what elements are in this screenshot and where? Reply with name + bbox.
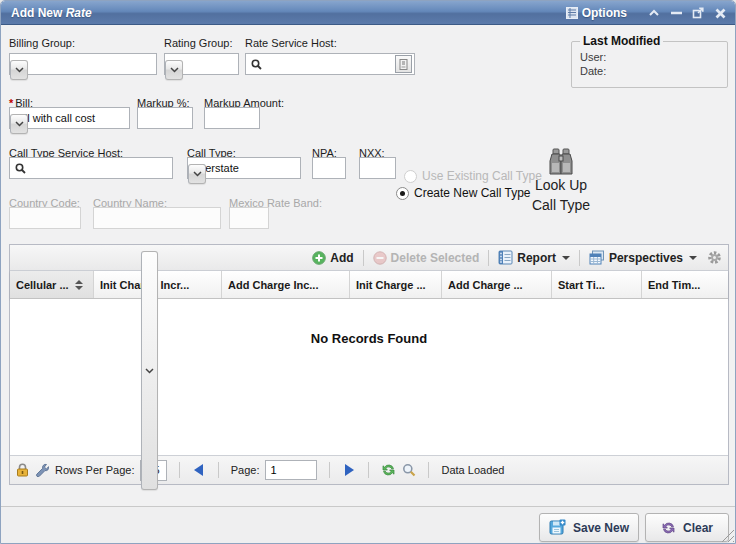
chevron-down-icon	[141, 251, 158, 490]
footer-separator	[329, 462, 330, 478]
footer-separator	[368, 462, 369, 478]
billing-group-select[interactable]	[9, 53, 157, 75]
bottom-button-bar: Save New Clear	[1, 507, 736, 544]
mexico-rate-band-input	[229, 207, 269, 229]
host-picker-button[interactable]	[395, 55, 412, 73]
toolbar-separator	[488, 250, 489, 266]
radio-icon	[404, 170, 417, 183]
collapse-button[interactable]	[645, 4, 663, 22]
titlebar[interactable]: Add New Rate Options	[1, 1, 735, 25]
wrench-icon[interactable]	[35, 463, 49, 477]
radio-create-new-call-type[interactable]: Create New Call Type	[396, 186, 531, 200]
empty-records-message: No Records Found	[10, 331, 728, 346]
add-icon	[312, 251, 326, 265]
page-number-input[interactable]	[265, 460, 317, 480]
add-new-rate-dialog: Add New Rate Options Billing Grou	[0, 0, 736, 544]
search-icon[interactable]	[402, 463, 416, 477]
country-name-input	[93, 207, 221, 229]
last-modified-date: Date:	[580, 65, 719, 77]
grid-body: No Records Found	[10, 299, 728, 455]
sort-icon	[75, 280, 83, 290]
delete-icon	[373, 251, 387, 265]
next-page-button[interactable]	[342, 463, 356, 477]
popout-button[interactable]	[689, 4, 707, 22]
toolbar-separator	[579, 250, 580, 266]
clear-icon	[661, 521, 676, 535]
options-label: Options	[582, 6, 627, 20]
rows-per-page-label: Rows Per Page:	[55, 464, 134, 476]
billing-group-label: Billing Group:	[9, 37, 75, 49]
lookup-call-type-label-line2[interactable]: Call Type	[516, 197, 606, 213]
binoculars-icon[interactable]	[544, 147, 578, 177]
column-header-cellular[interactable]: Cellular ...	[10, 271, 94, 298]
close-icon[interactable]	[711, 4, 729, 22]
radio-icon	[396, 187, 409, 200]
rate-service-host-label: Rate Service Host:	[245, 37, 337, 49]
toolbar-separator	[363, 250, 364, 266]
last-modified-legend: Last Modified	[580, 34, 663, 48]
column-header-init-charge[interactable]: Init Charge ...	[350, 271, 442, 298]
last-modified-group: Last Modified User: Date:	[571, 34, 728, 88]
column-header-start-time[interactable]: Start Ti...	[552, 271, 642, 298]
save-icon	[549, 519, 566, 536]
clear-button[interactable]: Clear	[645, 513, 729, 542]
call-type-select[interactable]: Interstate	[187, 157, 301, 179]
delete-selected-button: Delete Selected	[373, 251, 480, 265]
nxx-input[interactable]	[359, 157, 396, 179]
report-button[interactable]: Report	[498, 250, 570, 265]
rates-grid-panel: Add Delete Selected Report	[9, 244, 729, 485]
page-label: Page:	[231, 464, 260, 476]
minimize-button[interactable]	[667, 4, 685, 22]
window-title: Add New Rate	[11, 6, 92, 20]
chevron-down-icon	[689, 256, 697, 260]
perspectives-icon	[589, 250, 605, 265]
country-code-input	[9, 207, 81, 229]
chevron-down-icon	[188, 164, 206, 184]
add-button[interactable]: Add	[312, 251, 353, 265]
rating-group-label: Rating Group:	[164, 37, 232, 49]
grid-toolbar: Add Delete Selected Report	[10, 245, 728, 271]
rating-group-select[interactable]	[164, 53, 239, 75]
options-button[interactable]: Options	[566, 6, 627, 20]
markup-amount-input[interactable]	[204, 107, 260, 129]
npa-input[interactable]	[312, 157, 346, 179]
rows-per-page-select[interactable]: 25	[140, 460, 166, 481]
footer-separator	[218, 462, 219, 478]
column-header-end-time[interactable]: End Tim...	[642, 271, 728, 298]
bill-select[interactable]: Bill with call cost	[9, 107, 130, 129]
chevron-down-icon	[562, 256, 570, 260]
chevron-down-icon	[10, 60, 28, 80]
lookup-call-type-label-line1[interactable]: Look Up	[516, 177, 606, 193]
gear-icon[interactable]	[707, 250, 722, 265]
search-icon	[15, 163, 26, 174]
call-type-service-host-input[interactable]	[9, 157, 173, 179]
report-icon	[498, 250, 513, 265]
grid-footer: Rows Per Page: 25 Page: Data Loaded	[10, 455, 728, 484]
last-modified-user: User:	[580, 51, 719, 63]
lock-icon[interactable]	[16, 463, 29, 477]
rate-service-host-input[interactable]	[245, 53, 415, 75]
previous-page-button[interactable]	[192, 463, 206, 477]
footer-separator	[179, 462, 180, 478]
markup-pct-input[interactable]	[137, 107, 193, 129]
column-header-add-charge[interactable]: Add Charge ...	[442, 271, 552, 298]
column-header-add-charge-inc[interactable]: Add Charge Inc...	[222, 271, 350, 298]
refresh-icon[interactable]	[381, 463, 396, 477]
search-icon	[251, 59, 262, 70]
footer-separator	[428, 462, 429, 478]
chevron-down-icon	[165, 60, 183, 80]
grid-header-row: Cellular ... Init Charge Incr... Add Cha…	[10, 271, 728, 299]
options-icon	[566, 7, 578, 19]
perspectives-button[interactable]: Perspectives	[589, 250, 697, 265]
data-loaded-status: Data Loaded	[441, 464, 504, 476]
chevron-down-icon	[10, 114, 28, 134]
save-new-button[interactable]: Save New	[539, 513, 639, 542]
